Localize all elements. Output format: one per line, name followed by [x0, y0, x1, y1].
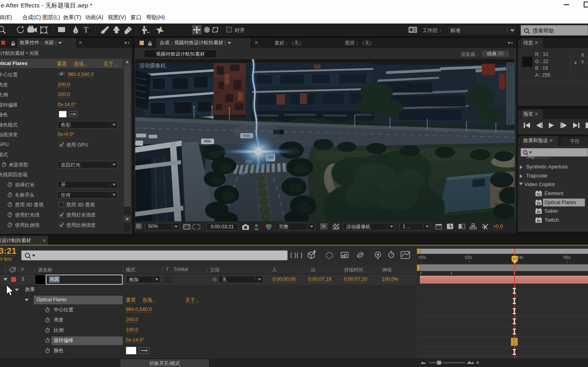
svg-text:T: T	[83, 25, 89, 34]
svg-text:对齐: 对齐	[234, 27, 245, 33]
